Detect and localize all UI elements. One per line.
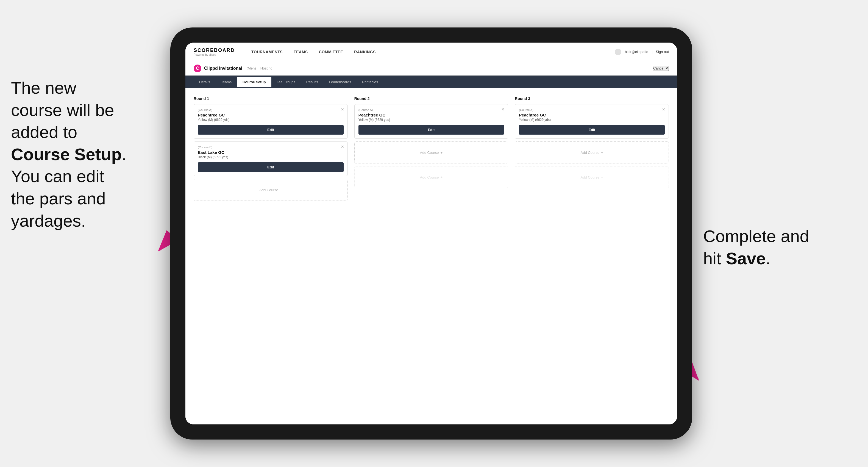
tab-leaderboards[interactable]: Leaderboards — [323, 76, 356, 87]
edit-button-r1-b[interactable]: Edit — [198, 162, 344, 172]
nav-right: blair@clippd.io | Sign out — [615, 49, 669, 55]
round-2-column: Round 2 ✕ (Course A) Peachtree GC Yellow… — [354, 96, 508, 204]
rounds-grid: Round 1 ✕ (Course A) Peachtree GC Yellow… — [194, 96, 669, 204]
tablet-device: SCOREBOARD Powered by clippd TOURNAMENTS… — [170, 28, 692, 439]
annotation-right: Complete and hit Save. — [703, 225, 846, 270]
main-content: Round 1 ✕ (Course A) Peachtree GC Yellow… — [185, 88, 677, 425]
edit-button-r2-a[interactable]: Edit — [359, 125, 504, 134]
add-course-r1[interactable]: Add Course + — [194, 179, 348, 201]
scoreboard-brand: SCOREBOARD — [194, 48, 235, 53]
course-name-r1-a: Peachtree GC — [198, 113, 344, 117]
round-1-header: Round 1 — [194, 96, 348, 101]
course-label-r2-a: (Course A) — [359, 108, 504, 112]
edit-button-r1-a[interactable]: Edit — [198, 125, 344, 134]
breadcrumb: C Clippd Invitational (Men) Hosting — [194, 65, 273, 72]
course-card-r1-a: ✕ (Course A) Peachtree GC Yellow (M) (66… — [194, 104, 348, 139]
brand-logo: SCOREBOARD Powered by clippd — [194, 48, 235, 56]
course-label-r3-a: (Course A) — [519, 108, 665, 112]
course-name-r1-b: East Lake GC — [198, 150, 344, 155]
nav-rankings[interactable]: RANKINGS — [354, 50, 376, 54]
sign-out-link[interactable]: Sign out — [656, 50, 669, 54]
course-details-r2-a: Yellow (M) (6629 yds) — [359, 118, 504, 122]
tab-tee-groups[interactable]: Tee Groups — [271, 76, 301, 87]
annotation-course-setup: Course Setup — [11, 145, 122, 164]
tab-course-setup[interactable]: Course Setup — [237, 76, 271, 87]
nav-tournaments[interactable]: TOURNAMENTS — [251, 50, 283, 54]
round-3-column: Round 3 ✕ (Course A) Peachtree GC Yellow… — [515, 96, 669, 204]
nav-committee[interactable]: COMMITTEE — [319, 50, 343, 54]
annotation-left: The new course will be added to Course S… — [11, 77, 170, 232]
tablet-screen: SCOREBOARD Powered by clippd TOURNAMENTS… — [185, 42, 677, 425]
delete-course-r1-a[interactable]: ✕ — [340, 106, 345, 112]
top-nav: SCOREBOARD Powered by clippd TOURNAMENTS… — [185, 42, 677, 61]
course-details-r1-b: Black (M) (6891 yds) — [198, 155, 344, 159]
round-3-header: Round 3 — [515, 96, 669, 101]
tab-details[interactable]: Details — [194, 76, 216, 87]
tab-bar: Details Teams Course Setup Tee Groups Re… — [185, 75, 677, 88]
tournament-gender: (Men) — [247, 66, 256, 70]
round-1-column: Round 1 ✕ (Course A) Peachtree GC Yellow… — [194, 96, 348, 204]
delete-course-r1-b[interactable]: ✕ — [340, 144, 345, 150]
round-2-header: Round 2 — [354, 96, 508, 101]
course-card-r2-a: ✕ (Course A) Peachtree GC Yellow (M) (66… — [354, 104, 508, 139]
brand-area: SCOREBOARD Powered by clippd TOURNAMENTS… — [194, 48, 376, 56]
tab-teams[interactable]: Teams — [216, 76, 237, 87]
nav-links: TOURNAMENTS TEAMS COMMITTEE RANKINGS — [251, 50, 376, 54]
course-name-r2-a: Peachtree GC — [359, 113, 504, 117]
add-course-r2-disabled: Add Course + — [354, 166, 508, 188]
hosting-badge: Hosting — [260, 66, 273, 70]
avatar — [615, 49, 621, 55]
course-label-r1-b: (Course B) — [198, 146, 344, 149]
tournament-name: Clippd Invitational — [204, 66, 242, 71]
add-course-r3-active[interactable]: Add Course + — [515, 142, 669, 163]
add-course-r2-active[interactable]: Add Course + — [354, 142, 508, 163]
nav-teams[interactable]: TEAMS — [293, 50, 308, 54]
course-card-r3-a: ✕ (Course A) Peachtree GC Yellow (M) (66… — [515, 104, 669, 139]
clippd-logo: C — [194, 65, 202, 72]
tab-results[interactable]: Results — [301, 76, 323, 87]
powered-by: Powered by clippd — [194, 53, 235, 56]
add-course-r3-disabled: Add Course + — [515, 166, 669, 188]
delete-course-r3-a[interactable]: ✕ — [661, 106, 666, 112]
course-card-r1-b: ✕ (Course B) East Lake GC Black (M) (689… — [194, 142, 348, 176]
course-label-r1-a: (Course A) — [198, 108, 344, 112]
secondary-nav: C Clippd Invitational (Men) Hosting Canc… — [185, 61, 677, 75]
delete-course-r2-a[interactable]: ✕ — [500, 106, 506, 112]
user-email: blair@clippd.io — [625, 50, 648, 54]
course-details-r1-a: Yellow (M) (6629 yds) — [198, 118, 344, 122]
course-details-r3-a: Yellow (M) (6629 yds) — [519, 118, 665, 122]
course-name-r3-a: Peachtree GC — [519, 113, 665, 117]
annotation-save: Save — [726, 249, 766, 268]
cancel-button[interactable]: Cancel ✕ — [653, 66, 669, 71]
edit-button-r3-a[interactable]: Edit — [519, 125, 665, 134]
tab-printables[interactable]: Printables — [356, 76, 383, 87]
